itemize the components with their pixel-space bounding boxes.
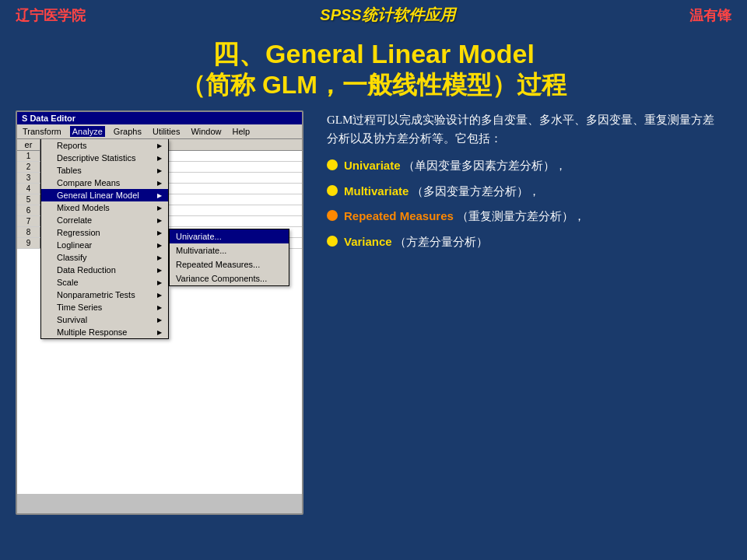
right-content: GLM过程可以完成实验设计的多自变量、多水平、多因变量、重复测量方差分析以及协方… — [319, 110, 731, 515]
highlight-variance: Variance — [344, 235, 392, 248]
bullet-repeated: Repeated Measures （重复测量方差分析）， — [327, 208, 724, 226]
menu-help[interactable]: Help — [230, 126, 253, 137]
spss-titlebar: S Data Editor — [17, 112, 302, 124]
glm-repeated-measures[interactable]: Repeated Measures... — [170, 257, 289, 271]
table-row: 41 — [17, 184, 302, 194]
table-row: 72 — [17, 216, 302, 227]
text-multivariate: （多因变量方差分析）， — [412, 185, 540, 198]
table-row: 9 — [17, 238, 302, 249]
col-header-2: var — [79, 139, 118, 150]
table-row: 21 — [17, 162, 302, 173]
menu-multiple-response[interactable]: Multiple Response▶ — [41, 326, 168, 338]
intro-paragraph: GLM过程可以完成实验设计的多自变量、多水平、多因变量、重复测量方差分析以及协方… — [327, 114, 714, 145]
bullet-dot-2 — [327, 185, 338, 196]
menu-analyze[interactable]: Analyze — [70, 126, 105, 137]
header-center: SPSS统计软件应用 — [320, 5, 454, 26]
title-area: 四、General Linear Model （简称 GLM，一般线性模型）过程 — [0, 30, 747, 110]
table-row: 11 — [17, 151, 302, 162]
highlight-multivariate: Multivariate — [344, 184, 409, 198]
bullet-content-2: Multivariate （多因变量方差分析）， — [344, 183, 540, 201]
menu-window[interactable]: Window — [188, 126, 223, 137]
header-left: 辽宁医学院 — [16, 6, 86, 25]
text-repeated: （重复测量方差分析）， — [457, 210, 585, 222]
col-header-3: var — [118, 139, 157, 150]
data-table: er var var var 11 21 31 41 51 61 72 82 9 — [17, 139, 302, 249]
spss-body: er var var var 11 21 31 41 51 61 72 82 9 — [17, 139, 302, 494]
spss-menubar[interactable]: Transform Analyze Graphs Utilities Windo… — [17, 124, 302, 139]
header: 辽宁医学院 SPSS统计软件应用 温有锋 — [0, 0, 747, 30]
bullet-multivariate: Multivariate （多因变量方差分析）， — [327, 183, 724, 201]
text-variance: （方差分量分析） — [395, 236, 488, 248]
col-header-1: var — [40, 139, 79, 150]
menu-utilities[interactable]: Utilities — [150, 126, 182, 137]
spss-data-area: er var var var 11 21 31 41 51 61 72 82 9 — [17, 139, 302, 494]
table-row: 31 — [17, 173, 302, 184]
bullet-content-3: Repeated Measures （重复测量方差分析）， — [344, 208, 585, 226]
menu-classify[interactable]: Classify▶ — [41, 251, 168, 264]
bullet-list: Univariate （单因变量多因素方差分析）， Multivariate （… — [327, 157, 724, 250]
menu-nonparametric[interactable]: Nonparametric Tests▶ — [41, 289, 168, 301]
menu-time-series[interactable]: Time Series▶ — [41, 301, 168, 313]
intro-text: GLM过程可以完成实验设计的多自变量、多水平、多因变量、重复测量方差分析以及协方… — [327, 110, 724, 148]
bullet-dot-3 — [327, 210, 338, 221]
spss-window: S Data Editor Transform Analyze Graphs U… — [16, 110, 303, 515]
bullet-variance: Variance （方差分量分析） — [327, 233, 724, 251]
menu-graphs[interactable]: Graphs — [111, 126, 144, 137]
table-row: 51 — [17, 194, 302, 205]
main-content: S Data Editor Transform Analyze Graphs U… — [0, 110, 747, 515]
bullet-content-4: Variance （方差分量分析） — [344, 233, 488, 251]
bullet-univariate: Univariate （单因变量多因素方差分析）， — [327, 157, 724, 175]
menu-transform[interactable]: Transform — [20, 126, 64, 137]
glm-variance-components[interactable]: Variance Components... — [170, 271, 289, 285]
bullet-dot-4 — [327, 236, 338, 247]
bullet-content-1: Univariate （单因变量多因素方差分析）， — [344, 157, 566, 175]
highlight-univariate: Univariate — [344, 159, 401, 172]
corner-cell: er — [17, 139, 40, 150]
header-right: 温有锋 — [689, 6, 731, 25]
title-line2: （简称 GLM，一般线性模型）过程 — [16, 70, 731, 100]
menu-scale[interactable]: Scale▶ — [41, 276, 168, 289]
title-line1: 四、General Linear Model — [16, 38, 731, 70]
table-row: 61 — [17, 205, 302, 216]
text-univariate: （单因变量多因素方差分析）， — [403, 159, 566, 172]
menu-data-reduction[interactable]: Data Reduction▶ — [41, 264, 168, 276]
highlight-repeated: Repeated Measures — [344, 209, 454, 222]
menu-survival[interactable]: Survival▶ — [41, 313, 168, 326]
table-row: 82 — [17, 227, 302, 238]
bullet-dot-1 — [327, 159, 338, 170]
data-table-header: er var var var — [17, 139, 302, 151]
